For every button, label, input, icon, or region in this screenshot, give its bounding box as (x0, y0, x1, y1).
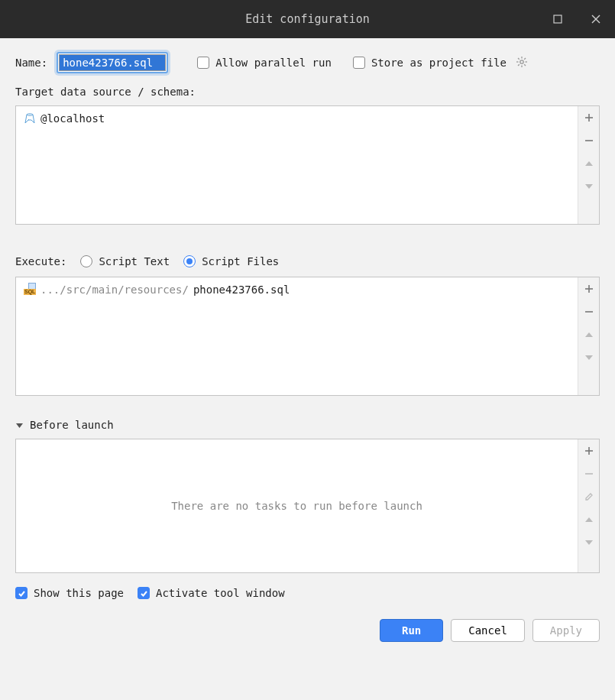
svg-marker-20 (585, 332, 593, 337)
checkbox-icon (197, 57, 209, 69)
move-up-button[interactable] (578, 508, 600, 531)
datasource-list[interactable]: @localhost (15, 105, 600, 225)
move-up-button[interactable] (578, 323, 600, 346)
add-button[interactable] (578, 439, 600, 462)
edit-button[interactable] (578, 485, 600, 508)
remove-button[interactable] (578, 300, 600, 323)
plus-icon (584, 113, 594, 122)
checkbox-icon (353, 57, 365, 69)
svg-marker-22 (16, 423, 23, 428)
chevron-down-icon (15, 421, 24, 429)
activate-tool-label: Activate tool window (156, 587, 285, 599)
store-project-label: Store as project file (371, 57, 507, 69)
window-controls (539, 0, 615, 38)
sql-file-icon: SQL (24, 284, 36, 295)
radio-script-text[interactable]: Script Text (80, 255, 170, 267)
datasource-item[interactable]: @localhost (24, 112, 570, 125)
minus-icon (584, 136, 594, 145)
before-launch-list[interactable]: There are no tasks to run before launch (15, 439, 600, 573)
svg-line-9 (524, 64, 526, 66)
add-button[interactable] (578, 106, 600, 129)
apply-button[interactable]: Apply (532, 619, 600, 642)
close-icon (591, 15, 600, 24)
chevron-down-icon (584, 353, 594, 362)
name-input-wrap (57, 52, 168, 73)
settings-button[interactable] (516, 56, 528, 70)
before-launch-empty: There are no tasks to run before launch (16, 439, 578, 572)
pencil-icon (584, 492, 594, 501)
checkbox-icon (138, 587, 150, 599)
chevron-up-icon (584, 159, 594, 168)
run-button[interactable]: Run (380, 619, 443, 642)
chevron-down-icon (584, 182, 594, 191)
svg-rect-0 (554, 15, 562, 23)
svg-marker-21 (585, 355, 593, 360)
before-launch-label: Before launch (30, 419, 114, 431)
name-input[interactable] (59, 54, 166, 71)
before-launch-toolbar (578, 439, 599, 572)
radio-script-files-label: Script Files (202, 255, 279, 267)
plus-icon (584, 446, 594, 455)
svg-marker-15 (585, 161, 593, 166)
svg-line-11 (518, 64, 520, 66)
maximize-icon (553, 15, 562, 24)
svg-marker-16 (585, 184, 593, 189)
script-file-name: phone423766.sql (193, 284, 290, 296)
allow-parallel-label: Allow parallel run (215, 57, 332, 69)
minus-icon (584, 307, 594, 316)
datasource-toolbar (578, 106, 599, 224)
remove-button[interactable] (578, 129, 600, 152)
chevron-up-icon (584, 330, 594, 339)
minus-icon (584, 469, 594, 478)
radio-icon (183, 255, 196, 267)
maximize-button[interactable] (539, 0, 577, 38)
radio-icon (80, 255, 92, 267)
svg-marker-27 (585, 540, 593, 545)
move-down-button[interactable] (578, 346, 600, 369)
radio-script-files[interactable]: Script Files (183, 255, 279, 267)
add-button[interactable] (578, 277, 600, 300)
show-page-checkbox[interactable]: Show this page (15, 587, 124, 599)
cancel-button[interactable]: Cancel (451, 619, 525, 642)
chevron-down-icon (584, 538, 594, 547)
move-down-button[interactable] (578, 531, 600, 554)
remove-button[interactable] (578, 462, 600, 485)
svg-line-10 (524, 58, 526, 60)
chevron-up-icon (584, 515, 594, 524)
move-up-button[interactable] (578, 152, 600, 175)
window-title: Edit configuration (245, 12, 370, 26)
name-label: Name: (15, 57, 47, 69)
svg-point-3 (520, 60, 523, 63)
scriptfiles-list[interactable]: SQL .../src/main/resources/phone423766.s… (15, 277, 600, 396)
datasource-name: @localhost (40, 112, 105, 125)
before-launch-toggle[interactable]: Before launch (15, 419, 600, 431)
radio-script-text-label: Script Text (99, 255, 170, 267)
activate-tool-checkbox[interactable]: Activate tool window (138, 587, 285, 599)
close-button[interactable] (577, 0, 615, 38)
move-down-button[interactable] (578, 175, 600, 198)
execute-label: Execute: (15, 255, 66, 267)
checkbox-icon (15, 587, 28, 599)
script-file-dir: .../src/main/resources/ (40, 284, 189, 296)
titlebar: Edit configuration (0, 0, 615, 38)
show-page-label: Show this page (34, 587, 124, 599)
database-icon (24, 112, 36, 125)
allow-parallel-checkbox[interactable]: Allow parallel run (197, 57, 332, 69)
svg-marker-26 (585, 517, 593, 522)
target-label: Target data source / schema: (15, 86, 600, 98)
scriptfiles-toolbar (578, 277, 599, 395)
store-project-checkbox[interactable]: Store as project file (353, 57, 507, 69)
plus-icon (584, 284, 594, 293)
gear-icon (516, 56, 528, 68)
svg-line-8 (518, 58, 520, 60)
script-file-item[interactable]: SQL .../src/main/resources/phone423766.s… (24, 284, 570, 296)
